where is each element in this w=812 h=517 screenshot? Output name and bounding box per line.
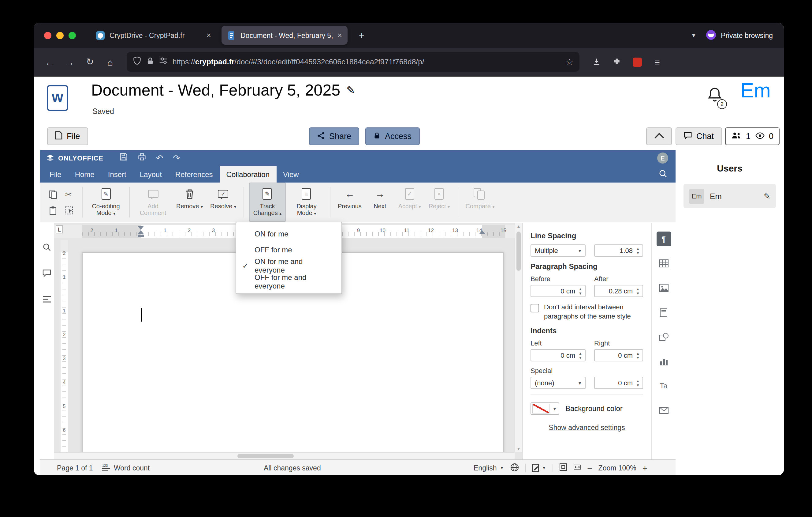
edit-name-pencil-icon[interactable]: ✎ <box>764 191 771 200</box>
close-window-button[interactable] <box>44 31 51 39</box>
undo-icon[interactable]: ↶ <box>156 154 163 162</box>
spellcheck-globe-icon[interactable] <box>510 463 519 472</box>
maximize-window-button[interactable] <box>68 31 76 39</box>
line-spacing-amount-spinner[interactable]: 1.08 ▲▼ <box>594 244 643 257</box>
menu-tab[interactable]: Insert <box>101 166 133 183</box>
spinner-arrows-icon[interactable]: ▲▼ <box>635 377 641 388</box>
cut-icon[interactable]: ✂ <box>63 189 74 200</box>
account-avatar[interactable]: Em <box>741 79 771 102</box>
redo-icon[interactable]: ↷ <box>173 154 180 162</box>
track-changes-menu-item[interactable]: OFF for me and everyone <box>236 274 342 290</box>
background-color-picker[interactable]: ▼ <box>530 403 559 415</box>
first-line-indent-marker[interactable] <box>138 226 144 230</box>
shape-settings-icon[interactable] <box>656 330 671 344</box>
ublock-icon[interactable] <box>629 53 645 71</box>
word-count-button[interactable]: 123 Word count <box>102 460 150 475</box>
resolve-comment-button[interactable]: ✓ Resolve ▾ <box>208 183 239 222</box>
back-button[interactable]: ← <box>41 53 58 71</box>
spinner-arrows-icon[interactable]: ▲▼ <box>635 285 641 297</box>
print-icon[interactable] <box>138 153 146 164</box>
permissions-icon[interactable] <box>159 56 168 67</box>
select-all-icon[interactable] <box>63 205 74 216</box>
navigation-icon[interactable] <box>42 295 51 306</box>
line-spacing-select[interactable]: Multiple ▼ <box>530 244 586 257</box>
menu-tab[interactable]: File <box>43 166 68 183</box>
paragraph-settings-icon[interactable]: ¶ <box>656 232 671 246</box>
remove-comment-button[interactable]: Remove ▾ <box>174 183 205 222</box>
track-changes-menu-item[interactable]: ON for me <box>236 226 342 242</box>
fit-width-icon[interactable] <box>573 463 581 472</box>
tab-stop-selector[interactable]: L <box>56 225 63 234</box>
new-tab-button[interactable]: + <box>355 30 368 41</box>
track-changes-menu-item[interactable]: ON for me and everyone <box>236 258 342 274</box>
menu-tab[interactable]: References <box>169 166 220 183</box>
special-indent-amount-spinner[interactable]: 0 cm ▲▼ <box>594 377 643 389</box>
address-bar[interactable]: https://cryptpad.fr/doc/#/3/doc/edit/ff0… <box>127 52 579 72</box>
home-button[interactable]: ⌂ <box>102 53 119 71</box>
display-mode-button[interactable]: ≡ Display Mode ▾ <box>288 183 325 222</box>
special-indent-select[interactable]: (none) ▼ <box>530 377 586 389</box>
close-tab-icon[interactable]: × <box>206 31 211 40</box>
spinner-arrows-icon[interactable]: ▲▼ <box>577 285 584 297</box>
bookmark-star-icon[interactable]: ☆ <box>566 57 573 67</box>
scrollbar-thumb[interactable] <box>237 454 294 458</box>
reload-button[interactable]: ↻ <box>81 53 98 71</box>
spinner-arrows-icon[interactable]: ▲▼ <box>577 350 584 361</box>
downloads-button[interactable] <box>588 53 605 71</box>
comments-icon[interactable] <box>42 269 51 280</box>
share-button[interactable]: Share <box>309 128 359 145</box>
language-select[interactable]: English ▼ <box>474 460 504 475</box>
close-tab-icon[interactable]: × <box>338 31 342 40</box>
chart-settings-icon[interactable] <box>656 354 671 369</box>
access-button[interactable]: Access <box>365 128 419 145</box>
no-interval-checkbox[interactable] <box>530 304 539 312</box>
forward-button[interactable]: → <box>61 53 78 71</box>
paste-icon[interactable] <box>47 205 58 216</box>
collapse-toolbar-button[interactable] <box>646 128 672 145</box>
extensions-puzzle-icon[interactable] <box>608 53 626 71</box>
zoom-out-icon[interactable]: − <box>587 463 592 472</box>
track-changes-button[interactable]: ✎ Track Changes ▴ <box>249 183 286 222</box>
tab-document[interactable]: Document - Wed, February 5, 2 × <box>222 26 348 45</box>
horizontal-scrollbar[interactable] <box>54 452 515 459</box>
user-count-button[interactable]: 1 0 <box>725 128 780 145</box>
image-settings-icon[interactable] <box>656 280 671 295</box>
scroll-up-icon[interactable]: ▲ <box>515 224 522 228</box>
hanging-indent-marker[interactable] <box>138 230 144 234</box>
menu-hamburger-icon[interactable]: ≡ <box>648 53 666 71</box>
indent-left-spinner[interactable]: 0 cm ▲▼ <box>530 349 586 361</box>
left-indent-marker[interactable] <box>138 235 144 237</box>
track-changes-toggle[interactable]: ▼ <box>531 460 546 475</box>
spacing-after-spinner[interactable]: 0.28 cm ▲▼ <box>594 285 643 297</box>
notifications-button[interactable]: 2 <box>707 86 728 108</box>
rename-pencil-icon[interactable]: ✎ <box>346 84 355 97</box>
scrollbar-thumb[interactable] <box>517 232 521 271</box>
table-settings-icon[interactable] <box>656 256 671 271</box>
scroll-down-icon[interactable]: ▼ <box>515 446 522 451</box>
zoom-in-icon[interactable]: + <box>642 463 647 472</box>
find-icon[interactable] <box>42 243 51 254</box>
menu-tab[interactable]: Home <box>68 166 101 183</box>
spacing-before-spinner[interactable]: 0 cm ▲▼ <box>530 285 586 297</box>
editor-search-icon[interactable] <box>659 169 668 181</box>
copy-icon[interactable] <box>47 189 58 200</box>
right-indent-marker[interactable] <box>479 230 485 234</box>
textart-settings-icon[interactable]: Ta <box>656 379 671 393</box>
spinner-arrows-icon[interactable]: ▲▼ <box>635 245 641 256</box>
minimize-window-button[interactable] <box>56 31 64 39</box>
fit-page-icon[interactable] <box>559 463 567 472</box>
mail-merge-settings-icon[interactable] <box>656 403 671 418</box>
header-footer-settings-icon[interactable] <box>656 305 671 320</box>
next-change-button[interactable]: → Next <box>367 183 394 222</box>
save-icon[interactable] <box>119 153 128 164</box>
connection-lock-icon[interactable] <box>146 56 154 67</box>
chat-button[interactable]: Chat <box>675 128 722 145</box>
tracking-shield-icon[interactable] <box>133 56 141 67</box>
track-changes-menu-item[interactable]: OFF for me <box>236 242 342 258</box>
indent-right-spinner[interactable]: 0 cm ▲▼ <box>594 349 643 361</box>
previous-change-button[interactable]: ← Previous <box>335 183 364 222</box>
spinner-arrows-icon[interactable]: ▲▼ <box>635 350 641 361</box>
list-tabs-chevron-icon[interactable]: ▼ <box>691 32 696 38</box>
tab-cryptdrive[interactable]: CryptDrive - CryptPad.fr × <box>91 26 216 45</box>
menu-tab[interactable]: Collaboration <box>220 166 276 183</box>
